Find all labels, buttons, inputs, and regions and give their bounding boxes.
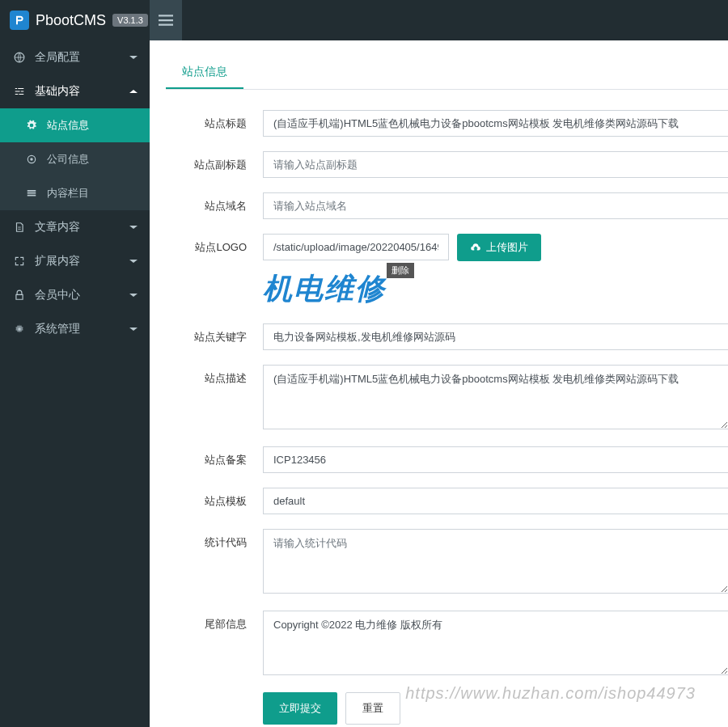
cloud-upload-icon (470, 242, 481, 253)
circle-icon (24, 154, 39, 165)
topbar: PbootCMS V3.1.3 (0, 0, 728, 40)
file-icon (12, 222, 27, 233)
site-icp-input[interactable] (263, 446, 728, 473)
label-site-domain: 站点域名 (166, 192, 263, 213)
sidebar-item-content-column[interactable]: 内容栏目 (0, 176, 150, 210)
sidebar-item-label: 内容栏目 (47, 186, 89, 201)
site-template-input[interactable] (263, 488, 728, 514)
label-site-title: 站点标题 (166, 110, 263, 131)
footer-info-textarea[interactable]: Copyright ©2022 电力维修 版权所有 (263, 611, 728, 675)
stats-code-textarea[interactable] (263, 529, 728, 594)
upload-image-button[interactable]: 上传图片 (457, 234, 541, 261)
svg-point-2 (30, 158, 33, 161)
sidebar-item-label: 站点信息 (47, 118, 89, 133)
site-description-textarea[interactable]: (自适应手机端)HTML5蓝色机械电力设备pbootcms网站模板 发电机维修类… (263, 365, 728, 429)
sidebar-item-global-config[interactable]: 全局配置 (0, 40, 150, 74)
chevron-down-icon (129, 51, 138, 64)
site-domain-input[interactable] (263, 192, 728, 219)
submit-button[interactable]: 立即提交 (263, 692, 337, 725)
globe-icon (12, 52, 27, 63)
label-site-logo: 站点LOGO (166, 234, 263, 255)
label-site-icp: 站点备案 (166, 446, 263, 467)
brand-name: PbootCMS (36, 12, 106, 29)
sidebar-item-company-info[interactable]: 公司信息 (0, 142, 150, 176)
chevron-down-icon (129, 323, 138, 336)
sidebar-item-label: 全局配置 (35, 50, 80, 65)
hamburger-icon (159, 15, 173, 26)
sidebar-submenu-basic: 站点信息 公司信息 内容栏目 (0, 108, 150, 210)
label-site-description: 站点描述 (166, 365, 263, 386)
tab-site-info[interactable]: 站点信息 (166, 57, 243, 89)
reset-button[interactable]: 重置 (345, 692, 400, 725)
brand-icon (10, 11, 29, 30)
sidebar-item-system-manage[interactable]: 系统管理 (0, 312, 150, 346)
chevron-down-icon (129, 289, 138, 302)
gear-icon (12, 323, 27, 335)
sidebar-item-extend-content[interactable]: 扩展内容 (0, 244, 150, 278)
label-site-keywords: 站点关键字 (166, 323, 263, 344)
sidebar-item-label: 公司信息 (47, 152, 89, 167)
lock-icon (12, 290, 27, 301)
chevron-up-icon (129, 85, 138, 98)
label-site-template: 站点模板 (166, 488, 263, 509)
site-subtitle-input[interactable] (263, 151, 728, 178)
tab-bar: 站点信息 (166, 57, 728, 90)
sidebar-item-label: 基础内容 (35, 84, 80, 99)
sidebar-item-label: 文章内容 (35, 220, 80, 235)
expand-icon (12, 256, 27, 267)
menu-toggle-button[interactable] (150, 0, 182, 40)
site-logo-path-input[interactable] (263, 234, 449, 260)
main-content: 站点信息 站点标题 站点副标题 站点域名 站点LOGO 上传图片 (150, 40, 728, 727)
label-stats-code: 统计代码 (166, 529, 263, 550)
sidebar-item-label: 会员中心 (35, 288, 80, 302)
label-site-subtitle: 站点副标题 (166, 151, 263, 172)
sliders-icon (12, 86, 27, 97)
delete-logo-button[interactable]: 删除 (387, 263, 414, 278)
label-footer-info: 尾部信息 (166, 611, 263, 632)
sidebar-item-label: 扩展内容 (35, 254, 80, 268)
sidebar: 全局配置 基础内容 站点信息 公司信息 内容栏目 文章内容 (0, 40, 150, 727)
list-icon (24, 188, 39, 199)
gear-icon (24, 120, 39, 131)
chevron-down-icon (129, 221, 138, 234)
sidebar-item-member-center[interactable]: 会员中心 (0, 278, 150, 312)
logo-preview: 机电维修 删除 (263, 269, 386, 309)
sidebar-item-basic-content[interactable]: 基础内容 (0, 74, 150, 108)
site-title-input[interactable] (263, 110, 728, 137)
version-badge: V3.1.3 (112, 14, 148, 27)
sidebar-item-label: 系统管理 (35, 322, 80, 336)
sidebar-item-article-content[interactable]: 文章内容 (0, 210, 150, 244)
brand-logo[interactable]: PbootCMS V3.1.3 (0, 0, 150, 40)
site-keywords-input[interactable] (263, 323, 728, 350)
logo-preview-text: 机电维修 (263, 272, 386, 305)
sidebar-item-site-info[interactable]: 站点信息 (0, 108, 150, 142)
chevron-down-icon (129, 255, 138, 268)
